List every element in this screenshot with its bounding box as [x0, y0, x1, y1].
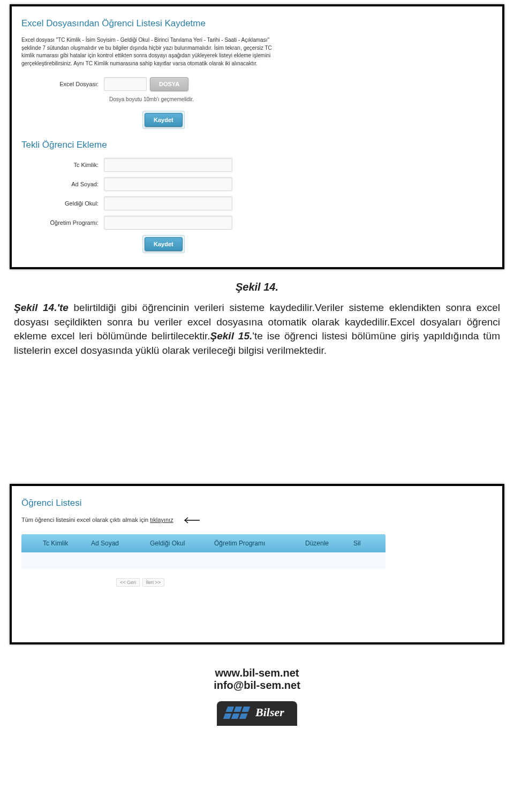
footer: www.bil-sem.net info@bil-sem.net Bilser [0, 667, 514, 726]
single-title: Tekli Öğrenci Ekleme [21, 140, 496, 150]
figure-caption-14: Şekil 14. [0, 281, 514, 293]
upload-frame: Excel Dosyasından Öğrenci Listesi Kaydet… [10, 4, 504, 269]
file-browse-button[interactable]: DOSYA [150, 77, 188, 91]
footer-email: info@bil-sem.net [0, 679, 514, 692]
single-save-wrap: Kaydet [142, 235, 185, 253]
col-del: Sil [348, 540, 380, 547]
col-program: Öğretim Programı [209, 540, 300, 547]
name-input[interactable] [104, 177, 232, 191]
col-edit: Düzenle [300, 540, 348, 547]
arrow-icon [182, 516, 201, 525]
upload-description: Excel dosyası "TC Kimlik - İsim Soyisim … [21, 36, 278, 67]
col-name: Ad Soyad [86, 540, 145, 547]
pager: << Geri İleri >> [116, 578, 496, 587]
upload-title: Excel Dosyasından Öğrenci Listesi Kaydet… [21, 18, 496, 29]
single-save-button[interactable]: Kaydet [145, 237, 183, 251]
program-input[interactable] [104, 216, 232, 230]
school-label: Geldiği Okul: [18, 200, 104, 207]
school-input[interactable] [104, 196, 232, 210]
spacer [0, 362, 514, 480]
pager-next[interactable]: İleri >> [142, 578, 165, 587]
footer-logo: Bilser [217, 701, 297, 726]
file-row: Excel Dosyası: DOSYA [18, 77, 496, 91]
col-tc: Tc Kimlik [21, 540, 86, 547]
table-body-empty [21, 552, 386, 568]
name-label: Ad Soyad: [18, 181, 104, 187]
upload-save-button[interactable]: Kaydet [145, 113, 183, 127]
list-subtitle: Tüm öğrenci listesini excel olarak çıktı… [21, 516, 496, 525]
tc-label: Tc Kimlik: [18, 162, 104, 168]
program-label: Öğretim Programı: [18, 219, 104, 226]
file-input[interactable] [104, 77, 147, 91]
tc-input[interactable] [104, 158, 232, 172]
body-paragraph: Şekil 14.'te belirtildiği gibi öğrencini… [14, 301, 500, 358]
export-link[interactable]: tıklayınız [150, 517, 173, 523]
pager-prev[interactable]: << Geri [116, 578, 140, 587]
list-title: Öğrenci Listesi [21, 498, 496, 509]
file-note: Dosya boyutu 10mb'ı geçmemelidir. [109, 96, 496, 102]
upload-save-wrap: Kaydet [142, 111, 185, 129]
file-label: Excel Dosyası: [18, 81, 104, 87]
list-subtitle-pre: Tüm öğrenci listesini excel olarak çıktı… [21, 517, 150, 523]
col-school: Geldiği Okul [145, 540, 209, 547]
footer-url: www.bil-sem.net [0, 667, 514, 679]
list-frame: Öğrenci Listesi Tüm öğrenci listesini ex… [10, 484, 504, 644]
table-header: Tc Kimlik Ad Soyad Geldiği Okul Öğretim … [21, 534, 386, 552]
footer-logo-text: Bilser [255, 705, 284, 719]
